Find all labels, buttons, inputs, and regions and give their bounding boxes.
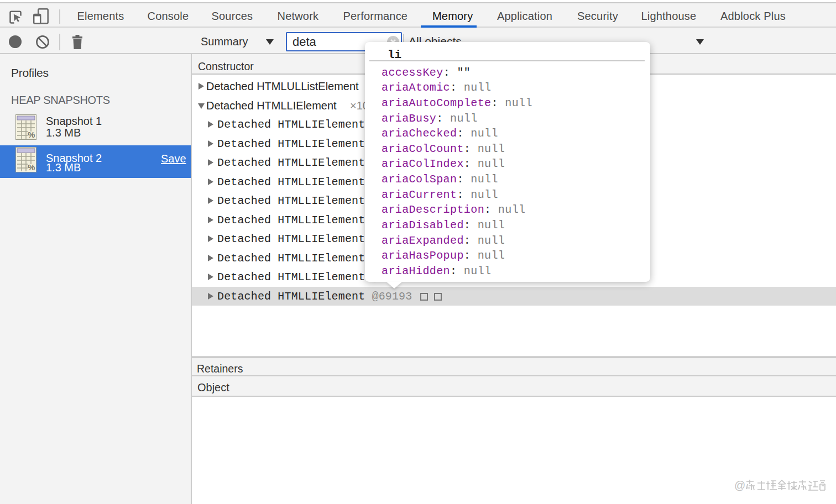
svg-text:%: % (28, 162, 35, 172)
svg-text:%: % (28, 130, 35, 139)
svg-text:@: @ (734, 479, 745, 491)
